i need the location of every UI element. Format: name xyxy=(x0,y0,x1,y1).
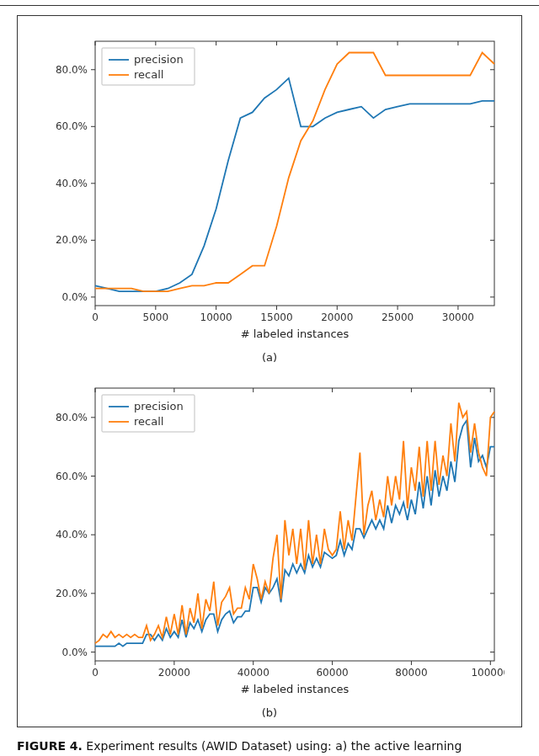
svg-text:20.0%: 20.0% xyxy=(56,588,88,599)
svg-text:15000: 15000 xyxy=(260,311,292,323)
svg-text:80.0%: 80.0% xyxy=(56,64,88,76)
svg-text:30000: 30000 xyxy=(442,311,474,323)
subpanel-label-b: (b) xyxy=(18,706,521,719)
subpanel-label-a: (a) xyxy=(18,351,521,364)
svg-text:40.0%: 40.0% xyxy=(56,178,88,189)
svg-text:20000: 20000 xyxy=(321,311,353,323)
figure-page: 0.0%20.0%40.0%60.0%80.0%0500010000150002… xyxy=(0,0,539,756)
svg-text:# labeled instances: # labeled instances xyxy=(241,327,350,340)
caption-prefix: FIGURE 4. xyxy=(17,739,83,753)
svg-text:60.0%: 60.0% xyxy=(56,471,88,482)
svg-text:precision: precision xyxy=(134,53,184,66)
svg-text:0: 0 xyxy=(92,311,99,323)
top-rule xyxy=(0,5,539,6)
svg-text:# labeled instances: # labeled instances xyxy=(241,683,350,695)
svg-text:20000: 20000 xyxy=(158,667,190,679)
svg-text:40.0%: 40.0% xyxy=(56,529,88,540)
svg-text:0.0%: 0.0% xyxy=(62,291,88,303)
svg-text:80000: 80000 xyxy=(395,667,427,679)
svg-text:0: 0 xyxy=(92,667,99,679)
svg-text:recall: recall xyxy=(134,415,163,428)
chart-panel-b: 0.0%20.0%40.0%60.0%80.0%0200004000060000… xyxy=(36,380,504,701)
svg-text:60000: 60000 xyxy=(316,667,348,679)
chart-b: 0.0%20.0%40.0%60.0%80.0%0200004000060000… xyxy=(36,380,504,701)
svg-text:5000: 5000 xyxy=(143,311,169,323)
svg-text:80.0%: 80.0% xyxy=(56,412,88,423)
chart-panel-a: 0.0%20.0%40.0%60.0%80.0%0500010000150002… xyxy=(36,33,504,346)
chart-a: 0.0%20.0%40.0%60.0%80.0%0500010000150002… xyxy=(36,33,504,346)
svg-text:0.0%: 0.0% xyxy=(62,647,88,658)
svg-text:40000: 40000 xyxy=(237,667,270,679)
svg-text:precision: precision xyxy=(134,400,184,413)
svg-text:20.0%: 20.0% xyxy=(56,234,88,246)
caption-text: Experiment results (AWID Dataset) using:… xyxy=(83,739,462,753)
figure-caption: FIGURE 4. Experiment results (AWID Datas… xyxy=(17,739,462,753)
svg-text:60.0%: 60.0% xyxy=(56,120,88,132)
svg-text:10000: 10000 xyxy=(200,311,232,323)
svg-text:100000: 100000 xyxy=(471,667,504,679)
svg-text:recall: recall xyxy=(134,68,163,81)
svg-text:25000: 25000 xyxy=(382,311,414,323)
figure-frame: 0.0%20.0%40.0%60.0%80.0%0500010000150002… xyxy=(17,15,522,727)
